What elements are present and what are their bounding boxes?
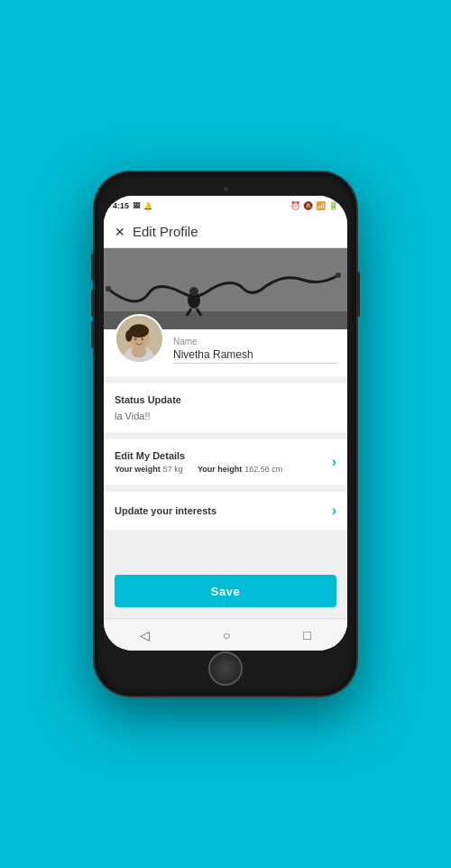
svg-point-9 (336, 272, 341, 278)
home-button[interactable] (208, 651, 243, 686)
svg-point-16 (134, 338, 137, 341)
status-update-value[interactable]: la Vida!! (115, 411, 336, 421)
nav-bar: ◁ ○ □ (104, 618, 347, 651)
update-interests-title: Update your interests (115, 505, 216, 516)
notif-icon: 🔔 (143, 202, 152, 210)
update-interests-row[interactable]: Update your interests › (104, 492, 347, 530)
weight-item: Your weight 57 kg (115, 465, 183, 474)
height-value: 162.56 cm (244, 465, 282, 474)
name-input[interactable]: Nivetha Ramesh (173, 348, 336, 364)
name-section: Name Nivetha Ramesh (173, 329, 336, 364)
close-icon[interactable]: ✕ (115, 225, 125, 239)
scroll-content: Name Nivetha Ramesh Status Update la Vid… (104, 248, 347, 651)
svg-point-3 (189, 287, 198, 296)
name-label: Name (173, 337, 336, 346)
status-bar: 4:15 🖼 🔔 ⏰ 🔕 📶 🔋 (104, 196, 347, 216)
edit-details-sub: Your weight 57 kg Your height 162.56 cm (115, 465, 282, 474)
status-time: 4:15 (113, 201, 129, 210)
home-nav-icon[interactable]: ○ (223, 628, 230, 642)
interests-chevron-icon: › (332, 503, 336, 519)
signal-status-icon: 📶 (316, 201, 326, 210)
edit-details-left: Edit My Details Your weight 57 kg Your h… (115, 450, 282, 474)
status-update-section: Status Update la Vida!! (104, 383, 347, 432)
save-button[interactable]: Save (115, 575, 336, 607)
phone-shell: 4:15 🖼 🔔 ⏰ 🔕 📶 🔋 ✕ Edit Profile (95, 172, 356, 696)
height-item: Your height 162.56 cm (198, 465, 282, 474)
svg-point-8 (106, 286, 111, 291)
avatar-container[interactable] (115, 314, 164, 364)
camera-area (104, 181, 347, 196)
status-update-title: Status Update (115, 394, 336, 405)
alarm-status-icon: ⏰ (290, 201, 300, 210)
phone-screen: 4:15 🖼 🔔 ⏰ 🔕 📶 🔋 ✕ Edit Profile (104, 196, 347, 651)
silent-status-icon: 🔕 (303, 201, 313, 210)
weight-value: 57 kg (163, 465, 183, 474)
svg-point-17 (141, 338, 143, 341)
edit-details-row[interactable]: Edit My Details Your weight 57 kg Your h… (104, 439, 347, 485)
top-bar: ✕ Edit Profile (104, 216, 347, 248)
camera-dot (224, 187, 228, 191)
status-left: 4:15 🖼 🔔 (113, 201, 152, 210)
profile-section: Name Nivetha Ramesh (104, 329, 347, 376)
svg-point-15 (125, 330, 132, 342)
avatar-image (116, 314, 162, 364)
battery-status-icon: 🔋 (328, 201, 338, 210)
photo-icon: 🖼 (133, 202, 140, 210)
chevron-right-icon: › (332, 454, 336, 470)
update-interests-left: Update your interests (115, 505, 216, 516)
save-section: Save (104, 566, 347, 618)
status-right: ⏰ 🔕 📶 🔋 (290, 201, 338, 210)
back-nav-icon[interactable]: ◁ (140, 628, 150, 642)
height-label: Your height (198, 465, 242, 474)
home-button-area (104, 651, 347, 687)
avatar (115, 314, 164, 364)
spacer (104, 530, 347, 566)
page-title: Edit Profile (133, 224, 198, 239)
edit-details-title: Edit My Details (115, 450, 282, 461)
recent-nav-icon[interactable]: □ (303, 628, 310, 642)
weight-label: Your weight (115, 465, 161, 474)
